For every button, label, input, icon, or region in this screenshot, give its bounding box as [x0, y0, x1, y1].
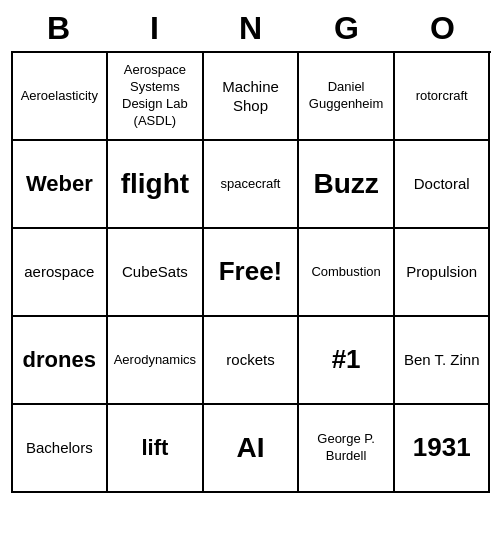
bingo-cell-24: 1931	[395, 405, 491, 493]
bingo-cell-17: rockets	[204, 317, 300, 405]
bingo-cell-11: CubeSats	[108, 229, 204, 317]
bingo-cell-14: Propulsion	[395, 229, 491, 317]
bingo-cell-22: AI	[204, 405, 300, 493]
letter-g: G	[302, 10, 392, 47]
bingo-cell-12: Free!	[204, 229, 300, 317]
bingo-cell-10: aerospace	[13, 229, 109, 317]
bingo-cell-2: Machine Shop	[204, 53, 300, 141]
bingo-cell-4: rotorcraft	[395, 53, 491, 141]
bingo-cell-0: Aeroelasticity	[13, 53, 109, 141]
bingo-cell-20: Bachelors	[13, 405, 109, 493]
letter-n: N	[206, 10, 296, 47]
bingo-cell-23: George P. Burdell	[299, 405, 395, 493]
bingo-grid: AeroelasticityAerospace Systems Design L…	[11, 51, 491, 493]
bingo-cell-19: Ben T. Zinn	[395, 317, 491, 405]
bingo-header: B I N G O	[11, 10, 491, 47]
letter-i: I	[110, 10, 200, 47]
bingo-cell-5: Weber	[13, 141, 109, 229]
bingo-cell-8: Buzz	[299, 141, 395, 229]
bingo-cell-15: drones	[13, 317, 109, 405]
bingo-cell-16: Aerodynamics	[108, 317, 204, 405]
bingo-cell-3: Daniel Guggenheim	[299, 53, 395, 141]
bingo-cell-18: #1	[299, 317, 395, 405]
bingo-cell-1: Aerospace Systems Design Lab (ASDL)	[108, 53, 204, 141]
bingo-cell-13: Combustion	[299, 229, 395, 317]
bingo-cell-6: flight	[108, 141, 204, 229]
bingo-cell-21: lift	[108, 405, 204, 493]
bingo-cell-9: Doctoral	[395, 141, 491, 229]
letter-o: O	[398, 10, 488, 47]
letter-b: B	[14, 10, 104, 47]
bingo-cell-7: spacecraft	[204, 141, 300, 229]
